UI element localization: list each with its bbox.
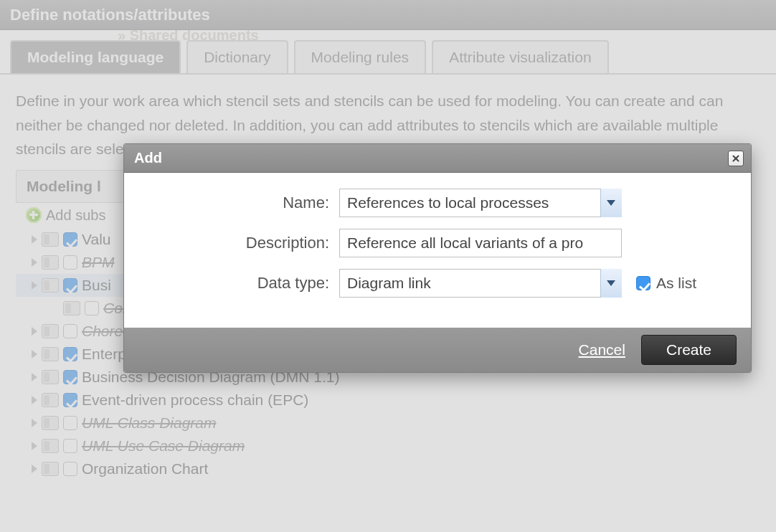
dialog-close-button[interactable]	[728, 151, 744, 166]
disclosure-icon[interactable]	[32, 442, 37, 450]
stencil-icon	[42, 232, 59, 247]
stencil-icon	[42, 393, 59, 407]
stencil-checkbox[interactable]	[63, 370, 77, 384]
stencil-label: UML Use Case Diagram	[82, 437, 245, 455]
tree-item[interactable]: UML Class Diagram	[16, 412, 374, 434]
stencil-icon	[42, 324, 59, 338]
stencil-checkbox[interactable]	[63, 324, 77, 338]
stencil-checkbox[interactable]	[63, 255, 77, 270]
description-input[interactable]	[339, 229, 622, 257]
disclosure-icon[interactable]	[32, 396, 37, 404]
tab-modeling-language[interactable]: Modeling language	[10, 40, 181, 73]
stencil-checkbox[interactable]	[85, 301, 99, 315]
add-attribute-dialog: Add Name: Description: Data type: As lis…	[123, 143, 752, 373]
stencil-icon	[42, 439, 59, 453]
stencil-label: Event-driven process chain (EPC)	[82, 391, 308, 409]
create-button[interactable]: Create	[641, 335, 737, 365]
stencil-checkbox[interactable]	[63, 393, 77, 407]
stencil-label: UML Class Diagram	[82, 414, 217, 432]
dialog-title: Add	[134, 150, 162, 166]
datatype-select[interactable]	[339, 269, 622, 298]
name-label: Name:	[141, 194, 339, 212]
stencil-checkbox[interactable]	[63, 439, 77, 453]
disclosure-icon[interactable]	[32, 350, 37, 358]
stencil-icon	[42, 278, 59, 293]
stencil-icon	[42, 370, 59, 384]
disclosure-icon[interactable]	[32, 235, 37, 244]
tab-dictionary[interactable]: Dictionary	[186, 40, 288, 73]
description-label: Description:	[141, 234, 339, 252]
as-list-checkbox[interactable]	[636, 276, 650, 290]
stencil-label: Busi	[82, 277, 111, 294]
stencil-checkbox[interactable]	[63, 278, 77, 293]
disclosure-icon[interactable]	[32, 327, 37, 336]
stencil-checkbox[interactable]	[63, 232, 77, 247]
tree-item[interactable]: Organization Chart	[16, 457, 374, 480]
page-title: Define notations/attributes	[0, 0, 776, 30]
cancel-button[interactable]: Cancel	[579, 341, 625, 358]
stencil-checkbox[interactable]	[63, 462, 77, 476]
datatype-dropdown-button[interactable]	[600, 269, 622, 298]
disclosure-icon[interactable]	[32, 373, 37, 381]
stencil-icon	[42, 462, 59, 476]
add-subset-label: Add subs	[46, 207, 105, 224]
plus-icon	[26, 207, 42, 223]
stencil-icon	[42, 347, 59, 361]
stencil-label: Valu	[82, 231, 110, 248]
tree-item[interactable]: Event-driven process chain (EPC)	[16, 389, 374, 412]
stencil-checkbox[interactable]	[63, 416, 77, 430]
stencil-label: Organization Chart	[82, 460, 208, 478]
stencil-icon	[63, 301, 80, 315]
name-input[interactable]	[339, 189, 622, 217]
stencil-checkbox[interactable]	[63, 347, 77, 361]
disclosure-icon[interactable]	[32, 281, 37, 290]
stencil-icon	[42, 416, 59, 430]
stencil-label: BPM	[82, 254, 115, 271]
datatype-label: Data type:	[141, 274, 339, 293]
tab-attribute-visualization[interactable]: Attribute visualization	[432, 40, 608, 73]
tree-item[interactable]: UML Use Case Diagram	[16, 434, 374, 457]
disclosure-icon[interactable]	[32, 258, 37, 267]
disclosure-icon[interactable]	[32, 465, 37, 473]
disclosure-icon	[53, 304, 59, 313]
breadcrumb: » Shared documents	[118, 27, 259, 44]
as-list-label: As list	[656, 275, 696, 292]
as-list-option[interactable]: As list	[636, 275, 696, 292]
stencil-icon	[42, 255, 59, 270]
tab-bar: Modeling language Dictionary Modeling ru…	[0, 30, 776, 75]
dialog-titlebar: Add	[124, 144, 751, 173]
tab-modeling-rules[interactable]: Modeling rules	[294, 40, 427, 73]
name-dropdown-button[interactable]	[600, 189, 622, 217]
disclosure-icon[interactable]	[32, 419, 37, 427]
